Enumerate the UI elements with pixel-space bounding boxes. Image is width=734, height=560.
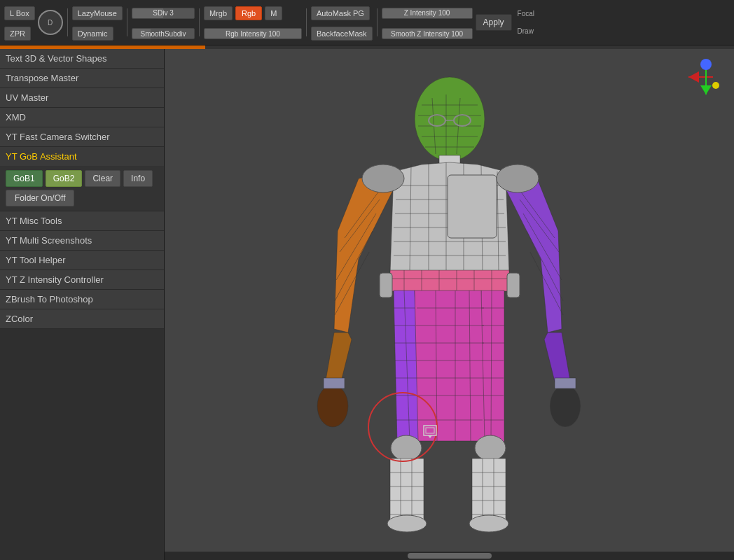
draw-label: Draw [518, 27, 534, 35]
mrgb-button[interactable]: Mrgb [204, 6, 233, 20]
sidebar-item-text3d[interactable]: Text 3D & Vector Shapes [0, 49, 164, 69]
brush-d-label: D [48, 19, 53, 27]
svg-rect-26 [448, 175, 497, 238]
sidebar-item-transpose-master[interactable]: Transpose Master [0, 69, 164, 88]
svg-point-42 [317, 385, 348, 427]
svg-point-1 [415, 77, 485, 161]
sep5 [377, 8, 378, 36]
rgb-button[interactable]: Rgb [235, 6, 262, 20]
sidebar-item-yt-tool-helper[interactable]: YT Tool Helper [0, 251, 164, 270]
folder-button[interactable]: Folder On/Off [6, 190, 74, 206]
character-viewport [282, 63, 618, 560]
sidebar-item-zcolor[interactable]: ZColor [0, 309, 164, 329]
sidebar-item-xmd[interactable]: XMD [0, 108, 164, 127]
smooth-z-intensity-slider[interactable]: Smooth Z Intensity 100 [382, 28, 473, 39]
focal-label: Focal [518, 10, 534, 18]
character-svg [282, 63, 618, 560]
sidebar-item-zbrush-photoshop[interactable]: ZBrush To Photoshop [0, 290, 164, 309]
sep1 [67, 8, 68, 36]
svg-rect-43 [324, 378, 345, 388]
svg-point-77 [391, 435, 422, 461]
horizontal-scrollbar[interactable] [165, 552, 734, 560]
lbox-zpr-group: L Box ZPR [4, 3, 35, 43]
automask-button[interactable]: AutoMask PG [311, 6, 370, 20]
brush-group: D [38, 10, 63, 35]
svg-rect-80 [472, 458, 506, 522]
backface-button[interactable]: BackfaceMask [311, 27, 373, 41]
rgb-group: Mrgb Rgb M Rgb Intensity 100 [204, 3, 302, 43]
gizmo-3d [685, 56, 727, 98]
main-area: Text 3D & Vector Shapes Transpose Master… [0, 49, 734, 560]
canvas-area[interactable] [165, 49, 734, 560]
zpr-button[interactable]: ZPR [4, 27, 31, 41]
svg-point-95 [362, 164, 404, 192]
gob-plugin-label: YT GoB Assistant [6, 151, 77, 162]
sep4 [306, 8, 307, 36]
folder-btn-row: Folder On/Off [6, 190, 158, 206]
sdiv-group: SDiv 3 SmoothSubdiv [132, 3, 195, 43]
sidebar-item-yt-multi-screenshots[interactable]: YT Multi Screenshots [0, 231, 164, 251]
lazymouse-group: LazyMouse Dynamic [72, 3, 123, 43]
gob-btn-row: GoB1 GoB2 Clear Info [6, 170, 158, 187]
mask-group: AutoMask PG BackfaceMask [311, 3, 373, 43]
svg-point-105 [712, 82, 719, 89]
info-button[interactable]: Info [123, 170, 153, 187]
svg-rect-35 [380, 273, 392, 298]
svg-rect-79 [390, 458, 424, 522]
smoothsubdiv-slider[interactable]: SmoothSubdiv [132, 28, 195, 39]
lbox-button[interactable]: L Box [4, 6, 35, 20]
gob-plugin-header[interactable]: YT GoB Assistant [0, 147, 164, 166]
sidebar-item-yt-misc[interactable]: YT Misc Tools [0, 211, 164, 231]
top-toolbar: L Box ZPR D LazyMouse Dynamic SDiv 3 [0, 0, 734, 46]
sidebar-item-yt-fast-camera[interactable]: YT Fast Camera Switcher [0, 127, 164, 147]
svg-rect-27 [390, 270, 509, 291]
svg-point-94 [469, 515, 508, 532]
svg-point-93 [387, 515, 427, 532]
apply-button[interactable]: Apply [476, 14, 512, 31]
scroll-thumb[interactable] [408, 553, 492, 559]
svg-point-49 [550, 385, 581, 427]
svg-rect-36 [507, 273, 520, 298]
sep2 [127, 8, 127, 36]
brush-circle[interactable]: D [38, 10, 63, 35]
lazymouse-button[interactable]: LazyMouse [72, 6, 123, 20]
zintensity-group: Z Intensity 100 Smooth Z Intensity 100 [382, 3, 473, 43]
svg-point-96 [497, 164, 539, 192]
svg-point-78 [475, 435, 506, 461]
gob2-button[interactable]: GoB2 [46, 170, 83, 187]
svg-point-104 [700, 59, 712, 70]
sidebar-item-uv-master[interactable]: UV Master [0, 88, 164, 108]
dynamic-button[interactable]: Dynamic [72, 27, 113, 41]
gob-plugin-content: GoB1 GoB2 Clear Info Folder On/Off [0, 166, 164, 211]
m-button[interactable]: M [265, 6, 282, 20]
sidebar: Text 3D & Vector Shapes Transpose Master… [0, 49, 165, 560]
sdiv-slider[interactable]: SDiv 3 [132, 8, 195, 19]
svg-rect-50 [555, 378, 576, 388]
gob-assistant-plugin: YT GoB Assistant GoB1 GoB2 Clear Info Fo… [0, 147, 164, 211]
clear-button[interactable]: Clear [85, 170, 120, 187]
sidebar-item-yt-z-intensity[interactable]: YT Z Intensity Controller [0, 270, 164, 290]
rgb-intensity-slider[interactable]: Rgb Intensity 100 [204, 28, 302, 39]
z-intensity-slider[interactable]: Z Intensity 100 [382, 8, 473, 19]
gob1-button[interactable]: GoB1 [6, 170, 43, 187]
sep3 [199, 8, 200, 36]
